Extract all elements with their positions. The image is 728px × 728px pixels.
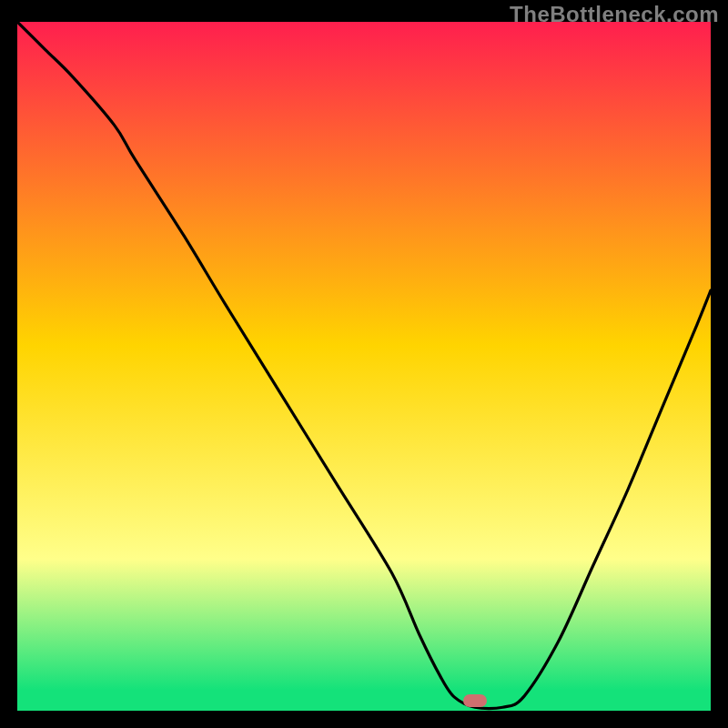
heat-gradient	[17, 22, 711, 711]
chart-frame: TheBottleneck.com	[0, 0, 728, 728]
marker-dot	[463, 694, 487, 707]
svg-rect-0	[17, 22, 711, 711]
plot-area	[17, 22, 711, 711]
watermark-text: TheBottleneck.com	[510, 2, 719, 27]
